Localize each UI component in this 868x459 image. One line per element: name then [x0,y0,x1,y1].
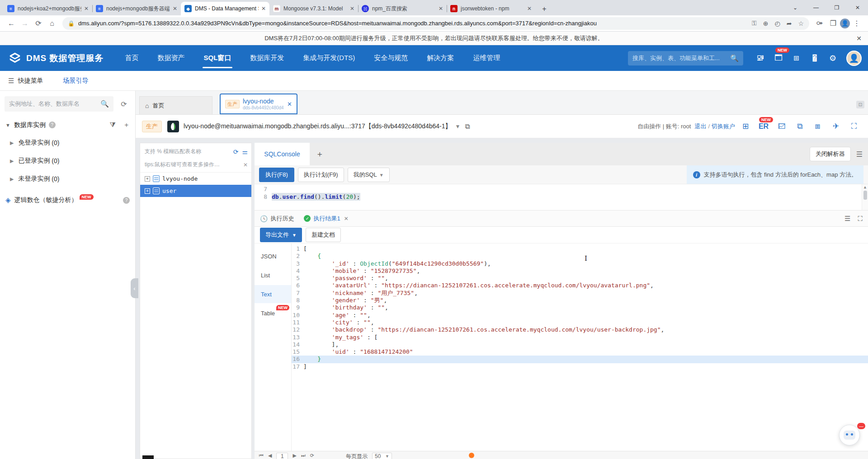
instance-search-input[interactable]: 实例地址、名称、数据库名 🔍 [5,96,113,112]
expand-plus-icon[interactable]: + [145,188,150,194]
window-minimize-button[interactable]: — [806,0,826,15]
result-fullscreen-icon[interactable]: ⛶ [858,215,863,223]
tab-close-icon[interactable]: ✕ [350,5,354,12]
nav-data-assets[interactable]: 数据资产 [148,45,194,71]
document-list-icon[interactable]: 🗉 [810,120,826,133]
user-avatar[interactable]: 👤 [846,51,862,66]
instance-tab-active[interactable]: 生产 lvyou-node dds-8vb4492c480d4b64-1 ✕ [220,94,297,114]
nav-ops[interactable]: 运维管理 [463,45,509,71]
home-icon[interactable]: ⌂ [45,17,59,30]
performance-icon[interactable]: ◴ [774,20,780,27]
next-page-icon[interactable]: ▶ [292,453,296,459]
my-sql-dropdown[interactable]: 我的SQL▼ [348,168,390,182]
tree-node-collection-selected[interactable]: + user [140,185,251,197]
password-key-icon[interactable]: ⚿ [752,19,757,27]
reload-icon[interactable]: ⟳ [32,17,45,30]
close-parser-button[interactable]: 关闭解析器 [810,147,851,161]
docs-icon[interactable]: 🗉 [788,50,806,66]
window-close-button[interactable]: ✕ [847,0,868,15]
tab-close-icon[interactable]: ✕ [283,101,292,108]
execution-history-tab[interactable]: 🕓 执行历史 [260,215,294,223]
filter-funnel-icon[interactable]: ⧩ [110,121,116,129]
refresh-icon[interactable]: ⟳ [117,97,131,111]
browser-profile-avatar[interactable]: 👤 [840,19,850,28]
url-input[interactable]: 🔒 dms.aliyun.com/?spm=5176.13889322.0.0.… [62,17,809,30]
result-code-area[interactable]: 1[2 {3 '_id' : ObjectId("649f14b4c1290cd… [292,244,868,451]
share-icon[interactable]: ➦ [787,20,792,27]
db-instance-section[interactable]: ▼ 数据库实例 ? ⧩ ＋ [0,116,135,134]
chat-minimize-badge[interactable]: — [857,423,865,429]
help-circle-icon[interactable]: ? [123,197,130,204]
group-not-logged-in[interactable]: ▶ 未登录实例 (0) [0,170,135,188]
new-tab-button[interactable]: + [538,3,551,15]
logout-link[interactable]: 退出 [694,122,706,131]
result-tab-active[interactable]: ✓ 执行结果1 ✕ [304,215,348,223]
tab-close-icon[interactable]: ✕ [173,5,177,12]
scroll-up-icon[interactable]: ▲ [864,184,866,190]
new-document-button[interactable]: 新建文档 [306,228,341,242]
page-number-input[interactable]: 1 [276,453,288,459]
add-instance-icon[interactable]: ＋ [123,121,130,129]
console-monitor-icon[interactable]: 🖳 [751,50,769,66]
sidebar-collapse-handle[interactable]: ‹ [131,278,138,298]
scene-guide-link[interactable]: 场景引导 [63,77,88,85]
browser-tab[interactable]: n jsonwebtoken - npm ✕ [447,2,535,15]
chart-monitor-icon[interactable]: 🗠 [774,120,789,133]
prev-page-icon[interactable]: ◀ [268,453,272,459]
nav-db-dev[interactable]: 数据库开发 [241,45,293,71]
tab-close-icon[interactable]: ✕ [439,5,443,12]
window-menu-button[interactable]: ⌄ [785,0,806,15]
export-file-button[interactable]: 导出文件▼ [260,228,302,242]
chevron-down-icon[interactable]: ▼ [455,123,460,130]
settings-gear-icon[interactable]: ⚙ [824,50,842,66]
browser-tab[interactable]: m Mongoose v7.3.1: Model ✕ [269,2,358,15]
fullscreen-icon[interactable]: ⛶ [846,120,862,133]
help-icon[interactable]: 🯄 [806,50,824,66]
nav-sql-window[interactable]: SQL窗口 [194,45,241,71]
tab-close-icon[interactable]: ✕ [261,5,266,12]
page-size-select[interactable]: 50▼ [372,453,392,459]
banner-close-icon[interactable]: ✕ [856,35,862,42]
add-console-icon[interactable]: ＋ [310,143,330,165]
copy-icon[interactable]: ⧉ [465,122,470,131]
zoom-page-icon[interactable]: ⊕ [763,20,769,27]
result-menu-icon[interactable]: ☰ [844,215,850,223]
side-panel-icon[interactable]: ❒ [826,17,840,30]
er-diagram-button[interactable]: ERNEW [756,120,771,133]
view-text-active[interactable]: Text [255,285,291,303]
sql-editor[interactable]: 78db.user.find().limit(20); ▲ [255,184,868,210]
task-center-icon[interactable]: 🗔NEW [769,50,788,66]
extensions-icon[interactable]: ⚩ [813,17,826,30]
first-page-icon[interactable]: ⏮ [259,453,264,459]
bookmark-star-icon[interactable]: ☆ [798,20,804,27]
home-tab[interactable]: ⌂ 首页 [139,96,212,114]
console-menu-icon[interactable]: ☰ [856,150,863,159]
panel-toggle-icon[interactable]: ⊡ [856,101,864,108]
global-search-input[interactable]: 搜库、实例、表、功能菜单和工... 🔍 [628,51,743,66]
tree-node-database[interactable]: + lvyou-node [140,173,251,185]
switch-account-link[interactable]: 切换账户 [712,122,735,131]
table-grid-icon[interactable]: ⊞ [738,120,753,133]
last-page-icon[interactable]: ⏭ [301,453,306,459]
browser-menu-icon[interactable]: ⋮ [850,17,863,30]
browser-tab-active[interactable]: ◆ DMS - Data Management Serv ✕ [181,2,269,15]
forward-icon[interactable]: → [18,17,32,30]
help-circle-icon[interactable]: ? [49,122,56,128]
dms-brand[interactable]: DMS 数据管理服务 [0,52,116,65]
tab-close-icon[interactable]: ✕ [84,5,89,12]
table-search-placeholder[interactable]: 支持 % 模糊匹配表名称 [145,148,230,155]
sqlconsole-tab[interactable]: SQLConsole [255,143,310,165]
nav-solutions[interactable]: 解决方案 [417,45,463,71]
chat-assistant-button[interactable] [839,425,860,445]
execute-button[interactable]: 执行(F8) [259,168,294,182]
refresh-icon[interactable]: ⟳ [233,148,239,155]
explain-button[interactable]: 执行计划(F9) [298,168,344,182]
export-window-icon[interactable]: ⧉ [792,120,807,133]
close-icon[interactable]: ✕ [344,215,349,222]
back-icon[interactable]: ← [5,17,18,30]
nav-security[interactable]: 安全与规范 [364,45,417,71]
view-list[interactable]: List [255,266,291,284]
quick-menu[interactable]: ☰ 快捷菜单 [8,77,43,85]
group-logged-in[interactable]: ▶ 已登录实例 (0) [0,152,135,170]
send-plane-icon[interactable]: ✈ [828,120,844,133]
